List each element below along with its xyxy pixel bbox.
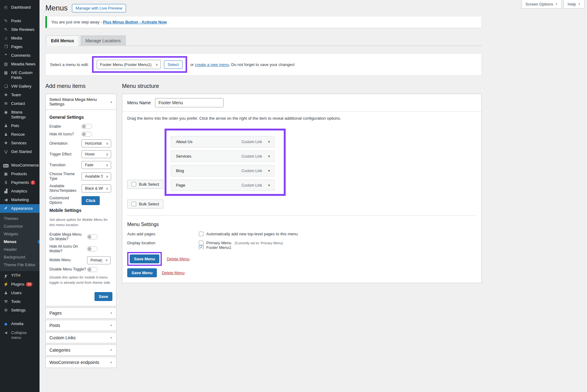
manage-live-preview-button[interactable]: Manage with Live Preview (72, 4, 126, 12)
hide-all-icons-toggle[interactable] (82, 132, 92, 137)
sidebar-item-users[interactable]: ♟ Users (0, 289, 40, 297)
accordion-categories[interactable]: Categories ▼ (45, 345, 116, 356)
menu-select-label: Select a menu to edit: (50, 62, 89, 67)
menu-item-about-us[interactable]: About Us Custom Link ▼ (171, 136, 275, 147)
sidebar-item-team[interactable]: ❖ Team (0, 91, 40, 99)
save-menu-row: Save Menu Delete Menu (127, 268, 476, 277)
menu-name-input[interactable] (155, 98, 224, 107)
sidebar-item-rescue[interactable]: ♟ Rescue (0, 130, 40, 139)
sidebar-item-yith[interactable]: y YITH (0, 271, 40, 280)
sidebar-subitem-menus[interactable]: Menus (0, 238, 40, 246)
sidebar-item-collapse-menu[interactable]: ◄ Collapse menu (0, 328, 40, 342)
sidebar-item-ive-custom-fields[interactable]: ▦ IVE Custom Fields (0, 68, 40, 82)
save-menu-row-highlighted: Save Menu Delete Menu (127, 252, 476, 266)
sidebar-item-site-reviews[interactable]: ✎ Site Reviews (0, 25, 40, 34)
sidebar-subitem-background[interactable]: Background (0, 253, 40, 261)
select-menu-button[interactable]: Select (164, 60, 182, 69)
sidebar-item-meadia-news[interactable]: ▤ Meadia News (0, 60, 40, 68)
create-menu-text: or create a new menu. Do not forget to s… (190, 62, 295, 67)
sidebar-item-services[interactable]: ❖ Services (0, 139, 40, 147)
tab-manage-locations[interactable]: Manage Locations (81, 35, 126, 46)
sidebar-subitem-customize[interactable]: Customize (0, 222, 40, 230)
sidebar-item-payments[interactable]: $ Payments 1 (0, 178, 40, 187)
accordion-posts[interactable]: Posts ▼ (45, 320, 116, 331)
menu-name-row: Menu Name (122, 94, 481, 112)
activate-now-link[interactable]: Plus Minus Button - Activate Now (103, 20, 167, 24)
delete-menu-link-2[interactable]: Delete Menu (162, 270, 185, 275)
screen-options-button[interactable]: Screen Options ▼ (522, 0, 562, 9)
menu-item-page[interactable]: Page Custom Link ▼ (171, 179, 275, 191)
sidebar-item-dashboard[interactable]: ◴ Dashboard (0, 3, 40, 12)
auto-add-pages-checkbox[interactable] (199, 232, 203, 236)
orientation-select[interactable]: Horizontal ∨ (82, 139, 111, 147)
bulk-select-top[interactable]: Bulk Select (127, 180, 163, 189)
bulk-select-bottom[interactable]: Bulk Select (127, 200, 163, 208)
mega-menu-settings-panel-header[interactable]: Select Ibtana Mega Menu Settings ▲ (46, 94, 116, 110)
choose-theme-type-select[interactable]: Available Skins ∨ (82, 172, 111, 180)
accordion-woocommerce-endpoints[interactable]: WooCommerce endpoints ▼ (45, 357, 116, 368)
mobile-menu-select[interactable]: Primary M ∨ (87, 256, 111, 264)
sidebar-subitem-widgets[interactable]: Widgets (0, 230, 40, 238)
transition-select[interactable]: Fade ∨ (82, 161, 111, 169)
sidebar-item-contact[interactable]: ✉ Contact (0, 99, 40, 108)
sidebar-item-appearance[interactable]: ✐ Appearance (0, 204, 40, 213)
accordion-pages[interactable]: Pages ▼ (45, 307, 116, 319)
sidebar-item-pets[interactable]: ♟ Pets (0, 122, 40, 130)
create-new-menu-link[interactable]: create a new menu (195, 62, 229, 67)
hide-icons-mobile-toggle[interactable] (87, 246, 98, 251)
menu-select-dropdown[interactable]: Footer Menu (Footer Menu1) ∨ (97, 60, 161, 69)
primary-menu-note: (Currently set to: Primary Menu) (235, 241, 283, 245)
disable-menu-toggle-label: Disable Menu Toggle? (49, 267, 87, 272)
sidebar-subitem-theme-file-editor[interactable]: Theme File Editor (0, 261, 40, 269)
enable-toggle[interactable] (82, 124, 92, 129)
chevron-down-icon: ∨ (106, 152, 108, 156)
notice-text: You are just one step away - (51, 20, 103, 24)
sidebar-item-comments[interactable]: ❞ Comments (0, 51, 40, 60)
menu-settings-heading: Menu Settings (127, 222, 476, 227)
accordion-custom-links[interactable]: Custom Links ▼ (45, 332, 116, 343)
sidebar-item-pages[interactable]: ❐ Pages (0, 43, 40, 51)
sidebar-item-tools[interactable]: ⚒ Tools (0, 297, 40, 306)
disable-menu-toggle[interactable] (87, 267, 98, 272)
bulk-select-checkbox[interactable] (132, 182, 136, 187)
delete-menu-link[interactable]: Delete Menu (167, 257, 190, 261)
primary-menu-checkbox[interactable] (199, 241, 203, 245)
sidebar-item-get-started[interactable]: ⋁ Get Started (0, 147, 40, 156)
tab-edit-menus[interactable]: Edit Menus (46, 35, 79, 46)
sidebar-item-plugins[interactable]: ⚡ Plugins 14 (0, 280, 40, 289)
enable-mega-mobile-toggle[interactable] (87, 234, 98, 239)
chevron-down-icon[interactable]: ▼ (268, 155, 270, 158)
menu-name-label: Menu Name (127, 100, 151, 105)
help-button[interactable]: Help ▼ (564, 0, 585, 9)
pin-icon: ✎ (3, 19, 9, 23)
chevron-down-icon: ▼ (110, 349, 112, 352)
sidebar-item-ibtana-settings[interactable]: ◉ Ibtana Settings (0, 108, 40, 122)
sidebar-item-amelia[interactable]: ◆ Amelia (0, 320, 40, 328)
save-menu-button-2[interactable]: Save Menu (127, 268, 157, 277)
sidebar-subitem-header[interactable]: Header (0, 246, 40, 253)
footer-menu1-checkbox[interactable]: ✓ (199, 245, 203, 250)
comments-icon: ❞ (3, 53, 9, 58)
tag-icon: ❖ (3, 93, 9, 97)
save-menu-button[interactable]: Save Menu (130, 254, 159, 263)
sidebar-item-posts[interactable]: ✎ Posts (0, 17, 40, 25)
sidebar-item-products[interactable]: ▣ Products (0, 170, 40, 178)
menu-item-blog[interactable]: Blog Custom Link ▼ (171, 165, 275, 176)
menu-item-services[interactable]: Services Custom Link ▼ (171, 151, 275, 162)
customized-options-click-button[interactable]: Click (82, 196, 100, 205)
mega-menu-save-button[interactable]: Save (94, 292, 112, 301)
bulk-select-checkbox[interactable] (132, 202, 136, 206)
menu-structure-column: Menu structure Menu Name Drag the items … (122, 79, 482, 283)
sidebar-item-vw-gallery[interactable]: ❑ VW Gallery (0, 82, 40, 91)
available-skins-select[interactable]: Black & White ∨ (82, 184, 111, 192)
sidebar-item-media[interactable]: ♫ Media (0, 34, 40, 43)
sidebar-item-marketing[interactable]: ◀ Marketing (0, 196, 40, 204)
chevron-down-icon[interactable]: ▼ (268, 184, 270, 187)
sidebar-item-settings[interactable]: ⚙ Settings (0, 306, 40, 315)
sidebar-item-woocommerce[interactable]: Woo WooCommerce (0, 161, 40, 170)
sidebar-item-analytics[interactable]: ▟ Analytics (0, 187, 40, 196)
chevron-down-icon[interactable]: ▼ (268, 169, 270, 172)
sidebar-subitem-themes[interactable]: Themes (0, 215, 40, 222)
chevron-down-icon[interactable]: ▼ (268, 140, 270, 143)
trigger-effect-select[interactable]: Hover ∨ (82, 150, 111, 158)
